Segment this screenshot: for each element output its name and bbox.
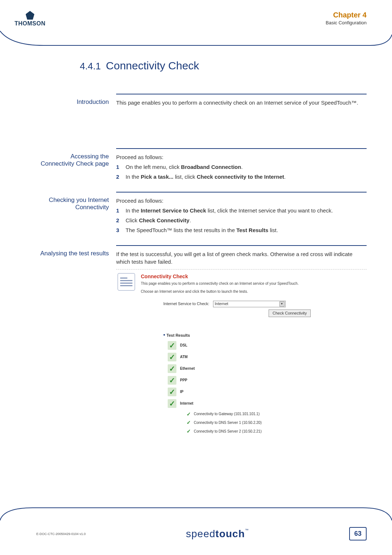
test-results-section: Test Results ✓DSL✓ATM✓Ethernet✓PPP✓IP✓In… (163, 332, 367, 435)
sub-result-label: Connectivity to DNS Server 1 (10.50.2.20… (194, 420, 262, 425)
ss-button-row: Check Connectivity (116, 307, 367, 317)
intro-body: This page enables you to perform a conne… (116, 94, 367, 112)
accessing-body: Proceed as follows: 1 On the left menu, … (116, 148, 367, 188)
test-result-sub-item: ✓Connectivity to DNS Server 1 (10.50.2.2… (187, 419, 367, 426)
test-result-item: ✓Ethernet (168, 364, 367, 373)
item-num: 2 (116, 173, 126, 181)
accessing-list: 1 On the left menu, click Broadband Conn… (116, 163, 367, 181)
chapter-subtitle: Basic Configuration (326, 20, 367, 25)
sub-result-label: Connectivity to DNS Server 2 (10.50.2.21… (194, 429, 262, 434)
analysing-label: Analysing the test results (36, 245, 116, 442)
section-number: 4.4.1 (80, 61, 101, 72)
test-result-label: Ethernet (180, 366, 195, 371)
thomson-logo-icon (26, 11, 34, 20)
footer-curve (0, 502, 392, 520)
ss-form-label: Internet Service to Check: (163, 301, 209, 307)
list-item: 2 Click Check Connectivity. (116, 216, 367, 224)
header-right: Chapter 4 Basic Configuration (326, 11, 367, 25)
ss-desc2: Choose an Internet service and click the… (141, 289, 367, 294)
intro-block: Introduction This page enables you to pe… (36, 94, 367, 112)
checking-lead: Proceed as follows: (116, 197, 367, 204)
thomson-logo: THOMSON (15, 11, 45, 27)
check-icon: ✓ (187, 419, 191, 426)
list-item: 1 In the Internet Service to Check list,… (116, 207, 367, 214)
check-connectivity-button[interactable]: Check Connectivity (269, 309, 311, 317)
item-num: 2 (116, 216, 126, 224)
test-result-sub-item: ✓Connectivity to Gateway (101.101.101.1) (187, 411, 367, 418)
check-icon: ✓ (187, 411, 191, 418)
embedded-screenshot: Connectivity Check This page enables you… (116, 269, 367, 435)
test-result-item: ✓DSL (168, 341, 367, 350)
list-item: 3 The SpeedTouch™ lists the test results… (116, 226, 367, 234)
page-footer: E-DOC-CTC-20050429-0104 v1.0 speedtouch™… (0, 527, 392, 540)
test-results-header: Test Results (163, 332, 367, 339)
thomson-logo-text: THOMSON (15, 20, 45, 27)
page-number: 63 (349, 527, 367, 540)
list-item: 2 In the Pick a task... list, click Chec… (116, 173, 367, 181)
header-curve (0, 31, 392, 49)
test-result-label: PPP (180, 378, 187, 383)
analysing-body: If the test is successful, you will get … (116, 245, 367, 442)
test-result-item: ✓PPP (168, 376, 367, 385)
item-text: On the left menu, click Broadband Connec… (126, 163, 367, 171)
check-icon: ✓ (187, 428, 191, 435)
check-icon: ✓ (168, 399, 176, 408)
accessing-block: Accessing the Connectivity Check page Pr… (36, 148, 367, 188)
check-icon: ✓ (168, 388, 176, 396)
page-content: 4.4.1 Connectivity Check Introduction Th… (0, 31, 392, 442)
ss-header: Connectivity Check This page enables you… (116, 272, 367, 298)
test-result-item: ✓ATM (168, 353, 367, 361)
intro-label: Introduction (36, 94, 116, 112)
checking-body: Proceed as follows: 1 In the Internet Se… (116, 192, 367, 242)
item-num: 3 (116, 226, 126, 234)
item-num: 1 (116, 163, 126, 171)
test-result-label: IP (180, 389, 183, 394)
ss-title: Connectivity Check (141, 273, 367, 280)
ss-desc1: This page enables you to perform a conne… (141, 281, 367, 286)
check-icon: ✓ (168, 376, 176, 385)
test-result-label: DSL (180, 343, 187, 348)
test-result-label: Internet (180, 401, 193, 406)
document-icon (118, 273, 135, 291)
accessing-lead: Proceed as follows: (116, 153, 367, 161)
item-num: 1 (116, 207, 126, 214)
test-result-label: ATM (180, 355, 188, 360)
item-text: The SpeedTouch™ lists the test results i… (126, 226, 367, 234)
internet-service-select[interactable]: Internet ▼ (213, 301, 286, 307)
doc-id: E-DOC-CTC-20050429-0104 v1.0 (36, 532, 86, 536)
check-icon: ✓ (168, 353, 176, 361)
page-header: THOMSON Chapter 4 Basic Configuration (0, 0, 392, 31)
checking-block: Checking you Internet Connectivity Proce… (36, 192, 367, 242)
item-text: In the Pick a task... list, click Check … (126, 173, 367, 181)
list-item: 1 On the left menu, click Broadband Conn… (116, 163, 367, 171)
analysing-block: Analysing the test results If the test i… (36, 245, 367, 442)
item-text: In the Internet Service to Check list, c… (126, 207, 367, 214)
select-value: Internet (215, 301, 228, 307)
test-result-item: ✓Internet (168, 399, 367, 408)
test-result-sub-item: ✓Connectivity to DNS Server 2 (10.50.2.2… (187, 428, 367, 435)
chevron-down-icon: ▼ (279, 301, 285, 307)
check-icon: ✓ (168, 341, 176, 350)
accessing-label: Accessing the Connectivity Check page (36, 148, 116, 188)
sub-result-label: Connectivity to Gateway (101.101.101.1) (194, 412, 260, 417)
section-heading: Connectivity Check (106, 60, 199, 72)
check-icon: ✓ (168, 364, 176, 373)
section-title: 4.4.1 Connectivity Check (80, 60, 367, 72)
checking-list: 1 In the Internet Service to Check list,… (116, 207, 367, 234)
ss-form-row: Internet Service to Check: Internet ▼ (163, 301, 367, 307)
item-text: Click Check Connectivity. (126, 216, 367, 224)
checking-label: Checking you Internet Connectivity (36, 192, 116, 242)
speedtouch-logo: speedtouch™ (186, 528, 249, 540)
analysing-text: If the test is successful, you will get … (116, 250, 367, 266)
ss-title-block: Connectivity Check This page enables you… (141, 273, 367, 294)
test-result-item: ✓IP (168, 388, 367, 396)
chapter-label: Chapter 4 (326, 11, 367, 19)
